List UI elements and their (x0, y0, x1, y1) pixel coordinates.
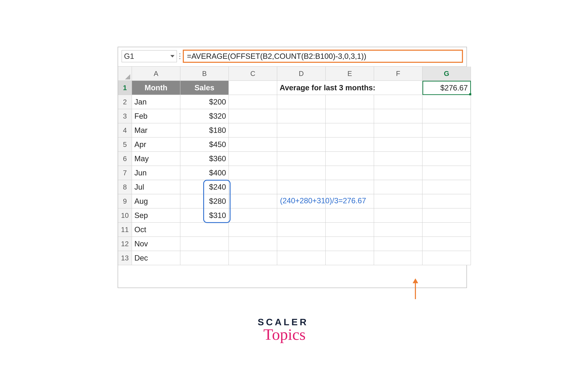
cell-C11[interactable] (229, 223, 277, 237)
cell-C7[interactable] (229, 166, 277, 180)
cell-A7[interactable]: Jun (132, 166, 180, 180)
row-header-5[interactable]: 5 (118, 138, 132, 152)
cell-A2[interactable]: Jan (132, 95, 180, 109)
cell-F6[interactable] (374, 152, 422, 166)
cell-B11[interactable] (180, 223, 229, 237)
cell-D2[interactable] (277, 95, 326, 109)
cell-B12[interactable] (180, 237, 229, 251)
cell-C4[interactable] (229, 123, 277, 138)
row-header-7[interactable]: 7 (118, 166, 132, 180)
cell-B2[interactable]: $200 (180, 95, 229, 109)
row-header-10[interactable]: 10 (118, 208, 132, 223)
cell-C13[interactable] (229, 251, 277, 265)
cell-G1-average-value[interactable]: $276.67 (422, 81, 471, 95)
cell-E13[interactable] (326, 251, 374, 265)
cell-B13[interactable] (180, 251, 229, 265)
cell-D13[interactable] (277, 251, 326, 265)
select-all-corner[interactable] (118, 67, 132, 81)
cell-C1[interactable] (229, 81, 277, 95)
cell-G13[interactable] (422, 251, 471, 265)
col-header-B[interactable]: B (180, 67, 229, 81)
cell-D11[interactable] (277, 223, 326, 237)
row-header-13[interactable]: 13 (118, 251, 132, 265)
col-header-A[interactable]: A (132, 67, 180, 81)
cell-F3[interactable] (374, 109, 422, 123)
cell-F12[interactable] (374, 237, 422, 251)
cell-G3[interactable] (422, 109, 471, 123)
cell-C10[interactable] (229, 208, 277, 223)
cell-E6[interactable] (326, 152, 374, 166)
cell-E11[interactable] (326, 223, 374, 237)
col-header-C[interactable]: C (229, 67, 277, 81)
cell-G5[interactable] (422, 138, 471, 152)
cell-G10[interactable] (422, 208, 471, 223)
cell-B4[interactable]: $180 (180, 123, 229, 138)
cell-E9[interactable] (326, 194, 374, 208)
cell-G11[interactable] (422, 223, 471, 237)
cell-E10[interactable] (326, 208, 374, 223)
cell-F5[interactable] (374, 138, 422, 152)
cell-D5[interactable] (277, 138, 326, 152)
row-header-12[interactable]: 12 (118, 237, 132, 251)
cell-E7[interactable] (326, 166, 374, 180)
col-header-G[interactable]: G (422, 67, 471, 81)
cell-D3[interactable] (277, 109, 326, 123)
cell-A12[interactable]: Nov (132, 237, 180, 251)
cell-A8[interactable]: Jul (132, 180, 180, 194)
cell-E3[interactable] (326, 109, 374, 123)
cell-C12[interactable] (229, 237, 277, 251)
cell-G12[interactable] (422, 237, 471, 251)
col-header-E[interactable]: E (326, 67, 374, 81)
cell-F4[interactable] (374, 123, 422, 138)
row-header-6[interactable]: 6 (118, 152, 132, 166)
col-header-D[interactable]: D (277, 67, 326, 81)
cell-A6[interactable]: May (132, 152, 180, 166)
row-header-11[interactable]: 11 (118, 223, 132, 237)
cell-B3[interactable]: $320 (180, 109, 229, 123)
cell-A9[interactable]: Aug (132, 194, 180, 208)
row-header-4[interactable]: 4 (118, 123, 132, 138)
row-header-3[interactable]: 3 (118, 109, 132, 123)
cell-D12[interactable] (277, 237, 326, 251)
cell-A3[interactable]: Feb (132, 109, 180, 123)
cell-G2[interactable] (422, 95, 471, 109)
cell-B10[interactable]: $310 (180, 208, 229, 223)
cell-A13[interactable]: Dec (132, 251, 180, 265)
cell-F2[interactable] (374, 95, 422, 109)
cell-A1-header[interactable]: Month (132, 81, 180, 95)
cell-E8[interactable] (326, 180, 374, 194)
row-header-1[interactable]: 1 (118, 81, 132, 95)
row-header-9[interactable]: 9 (118, 194, 132, 208)
cell-C2[interactable] (229, 95, 277, 109)
cell-E2[interactable] (326, 95, 374, 109)
average-label[interactable]: Average for last 3 months: (277, 81, 422, 95)
cell-D4[interactable] (277, 123, 326, 138)
cell-D6[interactable] (277, 152, 326, 166)
cell-E4[interactable] (326, 123, 374, 138)
cell-B6[interactable]: $360 (180, 152, 229, 166)
cell-D9[interactable] (277, 194, 326, 208)
cell-B5[interactable]: $450 (180, 138, 229, 152)
cell-F10[interactable] (374, 208, 422, 223)
cell-D10[interactable] (277, 208, 326, 223)
cell-D7[interactable] (277, 166, 326, 180)
cell-F9[interactable] (374, 194, 422, 208)
name-box[interactable]: G1 (122, 50, 177, 62)
formula-bar[interactable]: =AVERAGE(OFFSET(B2,COUNT(B2:B100)-3,0,3,… (183, 50, 463, 63)
row-header-2[interactable]: 2 (118, 95, 132, 109)
drag-handle-dots-icon[interactable] (179, 53, 181, 59)
cell-B7[interactable]: $400 (180, 166, 229, 180)
cell-G8[interactable] (422, 180, 471, 194)
cell-F11[interactable] (374, 223, 422, 237)
cell-G7[interactable] (422, 166, 471, 180)
cell-B1-header[interactable]: Sales (180, 81, 229, 95)
cell-A5[interactable]: Apr (132, 138, 180, 152)
cell-F13[interactable] (374, 251, 422, 265)
chevron-down-icon[interactable] (170, 55, 174, 57)
cell-B8[interactable]: $240 (180, 180, 229, 194)
spreadsheet-grid[interactable]: A B C D E F G 1 Month Sales Average for … (118, 67, 466, 265)
cell-C9[interactable] (229, 194, 277, 208)
cell-D8[interactable] (277, 180, 326, 194)
cell-F7[interactable] (374, 166, 422, 180)
col-header-F[interactable]: F (374, 67, 422, 81)
